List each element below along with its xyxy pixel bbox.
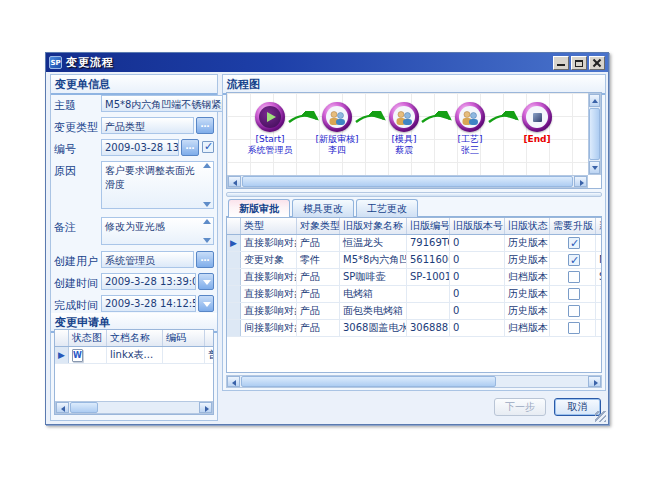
- word-doc-icon: W: [72, 349, 83, 362]
- change-type-field[interactable]: 产品类型: [101, 117, 194, 134]
- scroll-down-button[interactable]: [589, 161, 600, 174]
- people-node-icon: [455, 102, 485, 132]
- tab-craft-change[interactable]: 工艺更改: [356, 199, 418, 217]
- cancel-button[interactable]: 取消: [554, 398, 601, 416]
- remark-scrollbar[interactable]: [203, 219, 212, 243]
- flow-arrow: [354, 111, 389, 127]
- current-row-marker: ▶: [227, 235, 241, 251]
- col-type[interactable]: 类型: [241, 218, 297, 234]
- creator-field[interactable]: 系统管理员: [101, 251, 194, 268]
- maximize-button[interactable]: [571, 56, 587, 70]
- flow-hscrollbar[interactable]: [227, 175, 588, 188]
- minimize-icon: [557, 64, 565, 66]
- table-row[interactable]: 变更对象 零件 M5*8内六角凹... 5611600 0 历史版本 M5*8: [227, 252, 601, 269]
- reason-scrollbar[interactable]: [203, 163, 212, 207]
- request-list-hscrollbar[interactable]: [55, 401, 213, 414]
- people-node-icon: [322, 102, 352, 132]
- need-upgrade-checkbox[interactable]: [568, 322, 580, 334]
- scroll-left-button[interactable]: [227, 376, 240, 387]
- app-icon: SP: [49, 56, 62, 69]
- request-list-table-header: 状态图 文档名称 编码: [55, 330, 213, 347]
- two-person-icon: [461, 110, 479, 125]
- vscroll-thumb[interactable]: [589, 108, 600, 160]
- scroll-up-icon: [203, 219, 211, 224]
- create-time-field[interactable]: 2009-3-28 13:39:01: [101, 273, 196, 290]
- scroll-up-button[interactable]: [589, 94, 600, 107]
- scroll-left-button[interactable]: [56, 402, 69, 413]
- creator-row: 创建用户 系统管理员 …: [54, 251, 214, 269]
- col-old-version[interactable]: 旧版版本号: [450, 218, 505, 234]
- flow-chart-canvas[interactable]: [Start] 系统管理员 [新版审核]: [227, 93, 588, 175]
- col-old-code[interactable]: 旧版编号: [407, 218, 450, 234]
- impact-table-hscrollbar[interactable]: [226, 375, 602, 388]
- two-person-icon: [395, 110, 413, 125]
- flow-vscrollbar[interactable]: [588, 93, 601, 175]
- need-upgrade-checkbox[interactable]: [568, 271, 580, 283]
- create-time-dropdown-button[interactable]: [198, 273, 214, 290]
- need-upgrade-checkbox[interactable]: [568, 254, 580, 266]
- table-row[interactable]: 直接影响对象 产品 电烤箱 0 历史版本: [227, 286, 601, 303]
- tab-bar: 新版审批 模具更改 工艺更改: [226, 199, 602, 217]
- subject-input[interactable]: [101, 95, 233, 112]
- need-upgrade-checkbox[interactable]: [568, 237, 580, 249]
- title-bar[interactable]: SP 变更流程: [46, 53, 608, 72]
- table-row[interactable]: ▶ 直接影响对象 产品 恒温龙头 79169TC 0 历史版本: [227, 235, 601, 252]
- col-old-status[interactable]: 旧版状态: [505, 218, 550, 234]
- subject-row: 主题: [54, 95, 214, 113]
- number-browse-button[interactable]: …: [181, 139, 199, 156]
- table-row[interactable]: 间接影响对象 产品 3068圆盖电水壶 3068887 0 归档版本: [227, 320, 601, 337]
- number-field[interactable]: 2009-03-28 13:39:01: [101, 139, 179, 156]
- remark-text: 修改为亚光感: [105, 221, 165, 232]
- request-row[interactable]: ▶ W linkx表... 普通: [55, 347, 213, 364]
- subject-label: 主题: [54, 95, 101, 113]
- table-row[interactable]: 直接影响对象 产品 面包类电烤箱 0 历史版本: [227, 303, 601, 320]
- tab-new-version-approval[interactable]: 新版审批: [228, 199, 290, 217]
- reason-textarea[interactable]: 客户要求调整表面光滑度: [101, 161, 214, 209]
- tab-mold-change[interactable]: 模具更改: [292, 199, 354, 217]
- hscroll-thumb[interactable]: [70, 402, 98, 413]
- need-upgrade-checkbox[interactable]: [568, 288, 580, 300]
- start-node-icon: [255, 102, 285, 132]
- col-obj-type[interactable]: 对象类型: [297, 218, 340, 234]
- col-extra[interactable]: [205, 330, 214, 346]
- creator-browse-button[interactable]: …: [196, 251, 214, 268]
- col-code[interactable]: 编码: [163, 330, 205, 346]
- scroll-left-button[interactable]: [228, 176, 241, 187]
- create-time-row: 创建时间 2009-3-28 13:39:01: [54, 273, 214, 291]
- next-button[interactable]: 下一步: [494, 398, 546, 416]
- status-icon-cell: W: [69, 347, 107, 363]
- col-old-name[interactable]: 旧版对象名称: [340, 218, 407, 234]
- need-upgrade-checkbox[interactable]: [568, 305, 580, 317]
- finish-time-field[interactable]: 2009-3-28 14:12:50: [101, 295, 196, 312]
- horizontal-splitter[interactable]: [226, 192, 602, 197]
- col-status-icon[interactable]: 状态图: [69, 330, 107, 346]
- finish-time-dropdown-button[interactable]: [198, 295, 214, 312]
- creator-label: 创建用户: [54, 251, 101, 269]
- code-cell: [163, 347, 205, 363]
- col-doc-name[interactable]: 文档名称: [107, 330, 163, 346]
- window-title: 变更流程: [66, 55, 551, 70]
- hscroll-thumb[interactable]: [242, 176, 573, 187]
- scroll-right-button[interactable]: [588, 376, 601, 387]
- col-need-upgrade[interactable]: 需要升版: [550, 218, 596, 234]
- resize-grip[interactable]: [595, 411, 606, 422]
- finish-time-label: 完成时间: [54, 295, 101, 313]
- remark-row: 备注 修改为亚光感: [54, 217, 214, 245]
- remark-textarea[interactable]: 修改为亚光感: [101, 217, 214, 245]
- change-type-browse-button[interactable]: …: [196, 117, 214, 134]
- finish-time-row: 完成时间 2009-3-28 14:12:50: [54, 295, 214, 313]
- reason-label: 原因: [54, 161, 101, 179]
- close-button[interactable]: [589, 56, 605, 70]
- create-time-label: 创建时间: [54, 273, 101, 291]
- table-row[interactable]: 直接影响对象 产品 SP咖啡壶 SP-1001 0 归档版本 SP咖: [227, 269, 601, 286]
- scroll-right-button[interactable]: [574, 176, 587, 187]
- minimize-button[interactable]: [553, 56, 569, 70]
- scroll-right-button[interactable]: [199, 402, 212, 413]
- impact-table-header: 类型 对象类型 旧版对象名称 旧版编号 旧版版本号 旧版状态 需要升版 新版: [227, 218, 601, 235]
- number-auto-checkbox[interactable]: [202, 141, 214, 153]
- col-new[interactable]: 新版: [596, 218, 602, 234]
- stop-icon: [533, 113, 542, 122]
- change-info-panel: 变更单信息 主题 变更类型 产品类型 … 编号 2009-03-28 13:39…: [50, 74, 218, 421]
- hscroll-thumb[interactable]: [241, 376, 496, 387]
- flow-arrow: [487, 111, 522, 127]
